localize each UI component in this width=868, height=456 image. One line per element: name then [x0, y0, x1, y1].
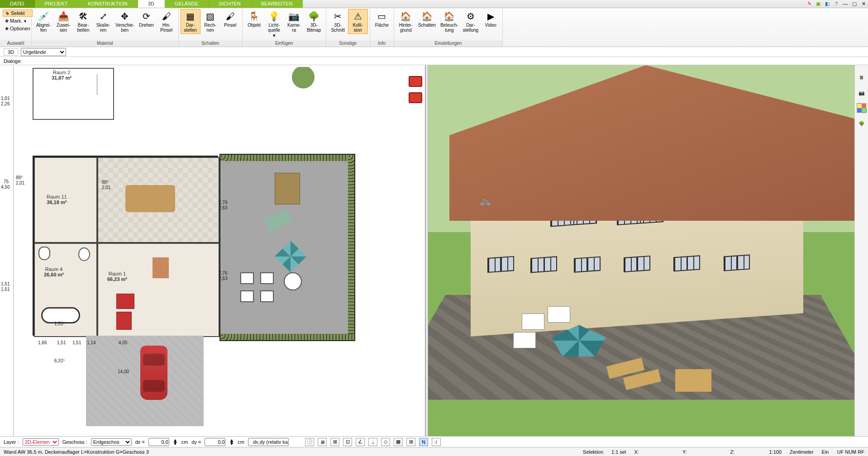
rechnen-button[interactable]: ▧Rech- nen	[200, 9, 220, 34]
objekt-button[interactable]: 🪑Objekt	[244, 9, 264, 29]
tree-icon	[290, 67, 317, 90]
brush-icon: 🖌	[161, 10, 172, 22]
skalieren-button[interactable]: ⤢Skalie- ren	[93, 9, 113, 34]
maximize-icon[interactable]: ▢	[850, 0, 859, 7]
grid2-toggle[interactable]: ⊞	[406, 438, 415, 446]
eyedropper-icon: 💉	[38, 10, 49, 22]
scale-icon: ⤢	[97, 10, 109, 22]
info-toggle[interactable]: i	[432, 438, 441, 446]
perp-toggle[interactable]: ⟂	[368, 438, 377, 446]
angle-toggle[interactable]: ∠	[356, 438, 365, 446]
status-z: Z:	[730, 449, 735, 455]
group-einstellungen-label: Einstellungen	[394, 40, 502, 47]
assign-icon: 📥	[57, 10, 69, 22]
camera-side-icon[interactable]: 📷	[857, 88, 867, 98]
background-icon: 🏠	[400, 10, 412, 22]
patio-chair-2	[548, 306, 570, 323]
terrain-select[interactable]: Urgelände	[21, 48, 66, 56]
planter	[275, 173, 300, 204]
snap2-toggle[interactable]: ⊡	[343, 438, 352, 446]
new-window-icon[interactable]: ▣	[814, 0, 823, 7]
verschieben-button[interactable]: ✥Verschie- ben	[113, 9, 137, 34]
group-info-label: Info	[370, 40, 394, 47]
tab-datei[interactable]: DATEI	[0, 0, 35, 8]
section-icon: ✂	[332, 10, 344, 22]
hint-input[interactable]	[248, 438, 289, 446]
garden-chair-1	[240, 272, 254, 284]
render-3d-pane[interactable]: 🚲	[428, 65, 854, 436]
dx-stepper[interactable]: ▲▼	[173, 439, 178, 445]
schnitt-button[interactable]: ✂3D- Schnitt	[328, 9, 348, 34]
beleuchtung-button[interactable]: 🏠Beleuch- tung	[438, 9, 460, 34]
layer-select[interactable]: 2D-Elemen	[23, 438, 59, 446]
garden-area: 2,76 2,63 2,76 2,63	[219, 154, 355, 341]
ruler-vertical: 1,01 2,26 75 4,50 1,51 1,51	[0, 65, 14, 436]
calc-icon: ▧	[205, 10, 216, 22]
sofa-2	[116, 312, 132, 330]
dy-stepper[interactable]: ▲▼	[229, 439, 234, 445]
abgreifen-button[interactable]: 💉Abgrei- fen	[33, 9, 53, 34]
pencil-icon[interactable]: ✎	[805, 0, 814, 7]
tab-sichten[interactable]: SICHTEN	[209, 0, 251, 8]
object-icon: 🪑	[248, 10, 260, 22]
pinsel-button[interactable]: 🖌Pinsel	[220, 9, 240, 29]
flaeche-button[interactable]: ▭Fläche	[372, 9, 392, 29]
dx-label: dx =	[135, 439, 145, 445]
status-num: UF NUM RF	[837, 449, 865, 455]
dialoge-label: Dialoge:	[4, 58, 22, 64]
tab-bearbeiten[interactable]: BEARBEITEN	[251, 0, 303, 8]
red-control-1[interactable]	[409, 76, 422, 87]
layout-icon[interactable]: ◧	[823, 0, 832, 7]
drehen-button[interactable]: ⟳Drehen	[137, 9, 157, 29]
dx-input[interactable]	[148, 438, 169, 446]
display-icon: ⚙	[465, 10, 477, 22]
status-bar: Wand AW 36,5 m. Deckenauflager L=Konstru…	[0, 447, 868, 456]
roof	[449, 65, 854, 221]
tree-side-icon[interactable]: 🌳	[857, 119, 867, 128]
collision-icon: ⚠	[352, 10, 364, 22]
shadow-icon: 🏠	[421, 10, 433, 22]
darstellung-button[interactable]: ⚙Dar- stellung	[461, 9, 481, 34]
n-toggle[interactable]: N	[419, 438, 428, 446]
tab-konstruktion[interactable]: KONSTRUKTION	[78, 0, 138, 8]
selekt-button[interactable]: 🖱 Selekt	[3, 10, 33, 17]
kamera-button[interactable]: 📷Kame- ra	[284, 9, 304, 34]
lichtquelle-button[interactable]: 💡Licht- quelle▾	[264, 9, 284, 40]
red-control-2[interactable]	[409, 92, 422, 103]
tab-gelaende[interactable]: GELÄNDE	[165, 0, 209, 8]
bearbeiten-button[interactable]: 🛠Bear- beiten	[73, 9, 93, 34]
window-4	[624, 256, 650, 272]
patio-chair-1	[522, 314, 544, 330]
minimize-icon[interactable]: —	[841, 0, 850, 7]
group-sonstige-label: Sonstige	[326, 40, 370, 47]
hintergrund-button[interactable]: 🏠Hinter- grund	[396, 9, 416, 34]
layers-icon[interactable]: ≣	[857, 72, 867, 82]
monitor-toggle[interactable]: 🖥	[318, 438, 327, 446]
hinpinsel-button[interactable]: 🖌Hin. Pinsel	[157, 9, 176, 34]
color-palette-icon[interactable]	[857, 103, 867, 113]
grid1-toggle[interactable]: ▦	[394, 438, 403, 446]
geschoss-select[interactable]: Erdgeschos	[91, 438, 132, 446]
mark-button[interactable]: ✚ Mark. ▾	[3, 17, 33, 24]
floorplan-2d-pane[interactable]: 1,01 2,26 75 4,50 1,51 1,51 Raum 231,87 …	[0, 65, 425, 436]
schatten-set-button[interactable]: 🏠Schatten	[416, 9, 438, 29]
tab-3d[interactable]: 3D	[138, 0, 165, 8]
close-icon[interactable]: ✕	[859, 0, 868, 7]
kollision-button[interactable]: ⚠Kolli- sion	[348, 9, 368, 34]
dy-input[interactable]	[205, 438, 225, 446]
optionen-button[interactable]: ✚ Optionen	[3, 25, 33, 32]
bitmap-button[interactable]: 🌳3D- Bitmap	[304, 9, 324, 34]
clock-toggle[interactable]: 🕓	[305, 438, 314, 446]
room-4: Raum 426,60 m²	[34, 243, 97, 337]
main-tab-strip: DATEI PROJEKT KONSTRUKTION 3D GELÄNDE SI…	[0, 0, 868, 8]
shadow-show-icon: ▦	[185, 10, 196, 22]
room-1: Raum 166,23 m²	[97, 243, 219, 337]
video-button[interactable]: ▶Video	[481, 9, 501, 29]
diamond-toggle[interactable]: ◇	[381, 438, 390, 446]
help-icon[interactable]: ?	[832, 0, 841, 7]
tab-projekt[interactable]: PROJEKT	[35, 0, 78, 8]
snap1-toggle[interactable]: ⊞	[330, 438, 339, 446]
zuweisen-button[interactable]: 📥Zuwei- sen	[53, 9, 73, 34]
darstellen-button[interactable]: ▦Dar- stellen	[181, 9, 200, 34]
room-3: Raum 345,42 m²	[97, 157, 219, 243]
